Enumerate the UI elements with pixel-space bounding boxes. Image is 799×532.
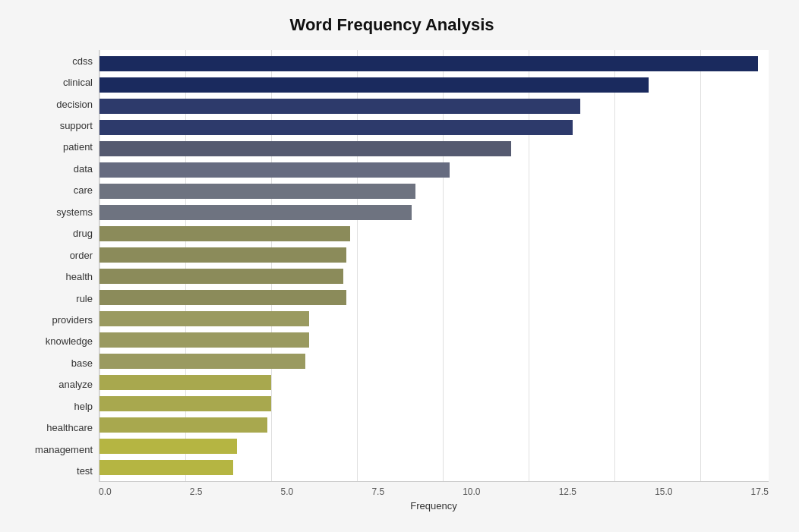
y-label: knowledge [46, 331, 93, 352]
y-label: systems [56, 201, 93, 222]
bar-row [99, 159, 769, 181]
bar-healthcare [99, 417, 267, 433]
bar-test [99, 460, 233, 475]
y-label: base [71, 352, 93, 373]
y-label: test [77, 461, 93, 482]
y-label: rule [76, 288, 93, 309]
x-tick: 15.0 [655, 486, 672, 497]
y-label: order [70, 244, 93, 266]
y-label: management [35, 439, 93, 460]
chart-area: cdssclinicaldecisionsupportpatientdataca… [15, 50, 769, 468]
bar-analyze [99, 375, 271, 390]
bar-providers [99, 311, 309, 326]
y-label: cdss [72, 50, 93, 71]
bar-row [99, 181, 769, 202]
bar-row [99, 96, 769, 117]
bar-row [99, 393, 769, 414]
x-tick: 7.5 [371, 486, 384, 497]
bar-order [99, 247, 346, 263]
bar-row [99, 436, 769, 457]
x-tick: 10.0 [463, 486, 480, 497]
y-label: drug [73, 223, 93, 244]
x-axis-label: Frequency [99, 500, 769, 512]
y-label: help [74, 395, 93, 417]
chart-title: Word Frequency Analysis [15, 15, 769, 35]
bar-knowledge [99, 332, 309, 348]
bar-row [99, 244, 769, 266]
bar-row [99, 457, 769, 478]
bar-health [99, 269, 343, 284]
x-tick: 12.5 [559, 486, 576, 497]
bar-clinical [99, 77, 649, 93]
bar-patient [99, 141, 511, 156]
y-label: decision [56, 93, 93, 115]
bar-management [99, 439, 237, 454]
y-label: clinical [63, 72, 93, 93]
bars-plot [99, 50, 769, 482]
x-axis: 0.02.55.07.510.012.515.017.5 [99, 482, 769, 497]
bar-row [99, 74, 769, 96]
bar-systems [99, 205, 412, 220]
bar-row [99, 414, 769, 436]
bar-row [99, 117, 769, 138]
bar-row [99, 351, 769, 372]
bar-row [99, 329, 769, 351]
x-tick: 0.0 [99, 486, 112, 497]
y-label: health [66, 266, 93, 288]
bar-rule [99, 290, 346, 305]
x-tick: 5.0 [281, 486, 294, 497]
x-tick: 2.5 [190, 486, 203, 497]
y-labels: cdssclinicaldecisionsupportpatientdataca… [15, 50, 99, 482]
y-label: analyze [58, 374, 93, 395]
bar-support [99, 120, 573, 135]
bar-drug [99, 226, 350, 241]
bar-row [99, 223, 769, 244]
bar-cdss [99, 56, 758, 71]
bar-data [99, 162, 450, 178]
bar-care [99, 184, 415, 199]
bar-decision [99, 99, 580, 114]
y-label: patient [63, 137, 93, 158]
bar-row [99, 202, 769, 223]
y-label: data [74, 158, 93, 179]
y-label: care [74, 180, 93, 201]
bar-row [99, 266, 769, 287]
bar-row [99, 308, 769, 329]
bar-row [99, 138, 769, 159]
bar-help [99, 396, 271, 411]
y-label: healthcare [46, 417, 93, 439]
bars-section: cdssclinicaldecisionsupportpatientdataca… [15, 50, 769, 482]
bar-row [99, 372, 769, 393]
bar-row [99, 287, 769, 308]
bar-base [99, 354, 305, 369]
y-label: support [60, 115, 93, 137]
bar-row [99, 53, 769, 74]
chart-container: Word Frequency Analysis cdssclinicaldeci… [0, 0, 799, 532]
y-label: providers [52, 309, 93, 330]
x-tick: 17.5 [751, 486, 769, 497]
